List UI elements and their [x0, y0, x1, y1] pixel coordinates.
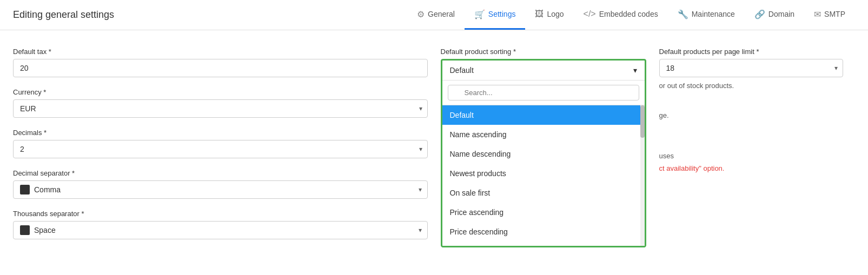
currency-select-wrapper: EUR USD GBP ▾ — [13, 99, 428, 118]
tab-logo[interactable]: 🖼 Logo — [525, 0, 573, 30]
currency-select[interactable]: EUR USD GBP — [13, 99, 428, 118]
tab-smtp-label: SMTP — [824, 10, 845, 18]
tab-settings[interactable]: 🛒 Settings — [465, 0, 526, 30]
default-tax-group: Default tax * — [13, 48, 428, 77]
scrollbar-track — [640, 105, 645, 246]
nav-tabs: ⚙ General 🛒 Settings 🖼 Logo </> Embedded… — [407, 0, 855, 30]
tab-logo-label: Logo — [547, 10, 564, 18]
gear-icon: ⚙ — [417, 9, 425, 19]
sorting-option-price-asc[interactable]: Price ascending — [442, 203, 645, 222]
uses-note-info: uses — [659, 152, 843, 160]
tab-domain-label: Domain — [768, 10, 794, 18]
sorting-trigger[interactable]: Default ▾ — [442, 61, 645, 81]
sorting-option-name-asc[interactable]: Name ascending — [442, 125, 645, 144]
tab-maintenance-label: Maintenance — [692, 10, 735, 18]
sorting-options-list: Default Name ascending Name descending N… — [442, 105, 645, 246]
header: Editing general settings ⚙ General 🛒 Set… — [0, 0, 868, 30]
page-title: Editing general settings — [13, 9, 114, 21]
decimals-select-wrapper: 2 0 1 3 ▾ — [13, 140, 428, 158]
currency-group: Currency * EUR USD GBP ▾ — [13, 88, 428, 118]
decimal-separator-select[interactable]: Comma Period — [34, 181, 421, 198]
sorting-search-input[interactable] — [448, 85, 639, 100]
tab-smtp[interactable]: ✉ SMTP — [804, 0, 855, 30]
tab-maintenance[interactable]: 🔧 Maintenance — [668, 0, 745, 30]
tab-settings-label: Settings — [488, 10, 516, 18]
sorting-dropdown[interactable]: Default ▾ Default — [441, 59, 646, 247]
sorting-option-name-desc[interactable]: Name descending — [442, 144, 645, 164]
sorting-label: Default product sorting * — [441, 48, 646, 56]
space-icon-square — [20, 225, 30, 235]
right-column: Default product sorting * Default ▾ — [441, 48, 856, 247]
page-note-info: ge. — [659, 111, 843, 119]
per-page-select-wrapper: 18 12 24 36 ▾ — [659, 59, 843, 77]
thousands-separator-group: Thousands separator * Space Comma Period… — [13, 210, 428, 239]
decimal-separator-group: Decimal separator * Comma Period ▾ — [13, 169, 428, 199]
thousands-separator-label: Thousands separator * — [13, 210, 428, 218]
default-tax-label: Default tax * — [13, 48, 428, 56]
per-page-label: Default products per page limit * — [659, 48, 843, 56]
out-of-stock-info: or out of stock products. — [659, 82, 843, 90]
thousands-separator-select-wrapper: Space Comma Period ▾ — [13, 221, 428, 239]
main-content: Default tax * Currency * EUR USD GBP ▾ D… — [0, 30, 868, 265]
tab-general-label: General — [428, 10, 455, 18]
tab-embedded[interactable]: </> Embedded codes — [574, 0, 668, 30]
left-column: Default tax * Currency * EUR USD GBP ▾ D… — [13, 48, 428, 239]
sorting-option-price-desc[interactable]: Price descending — [442, 222, 645, 242]
sorting-option-available[interactable]: Available first — [442, 242, 645, 246]
per-page-section: Default products per page limit * 18 12 … — [659, 48, 843, 172]
per-page-select[interactable]: 18 12 24 36 — [659, 59, 843, 77]
sorting-option-default[interactable]: Default — [442, 105, 645, 125]
sorting-option-newest[interactable]: Newest products — [442, 164, 645, 183]
tab-domain[interactable]: 🔗 Domain — [745, 0, 804, 30]
decimal-separator-label: Decimal separator * — [13, 169, 428, 177]
tab-embedded-label: Embedded codes — [599, 10, 658, 18]
thousands-separator-select[interactable]: Space Comma Period — [34, 222, 421, 239]
sorting-option-on-sale[interactable]: On sale first — [442, 183, 645, 203]
code-icon: </> — [584, 9, 596, 19]
decimals-select[interactable]: 2 0 1 3 — [13, 140, 428, 158]
image-icon: 🖼 — [535, 9, 544, 19]
sorting-selected-value: Default — [450, 66, 474, 75]
default-tax-input[interactable] — [13, 59, 428, 77]
currency-label: Currency * — [13, 88, 428, 96]
availability-note-info: ct availability" option. — [659, 164, 843, 172]
sorting-search-area — [442, 81, 645, 105]
tab-general[interactable]: ⚙ General — [407, 0, 465, 30]
decimals-group: Decimals * 2 0 1 3 ▾ — [13, 129, 428, 158]
wrench-icon: 🔧 — [678, 9, 688, 19]
decimals-label: Decimals * — [13, 129, 428, 137]
comma-icon-square — [20, 185, 30, 194]
sorting-section: Default product sorting * Default ▾ — [441, 48, 646, 247]
link-icon: 🔗 — [754, 9, 765, 19]
sorting-search-wrapper — [448, 85, 639, 100]
decimal-separator-select-wrapper: Comma Period ▾ — [13, 180, 428, 199]
scrollbar-thumb[interactable] — [640, 105, 645, 138]
shopping-cart-icon: 🛒 — [474, 9, 485, 19]
chevron-down-icon: ▾ — [633, 66, 637, 75]
envelope-icon: ✉ — [814, 9, 821, 19]
